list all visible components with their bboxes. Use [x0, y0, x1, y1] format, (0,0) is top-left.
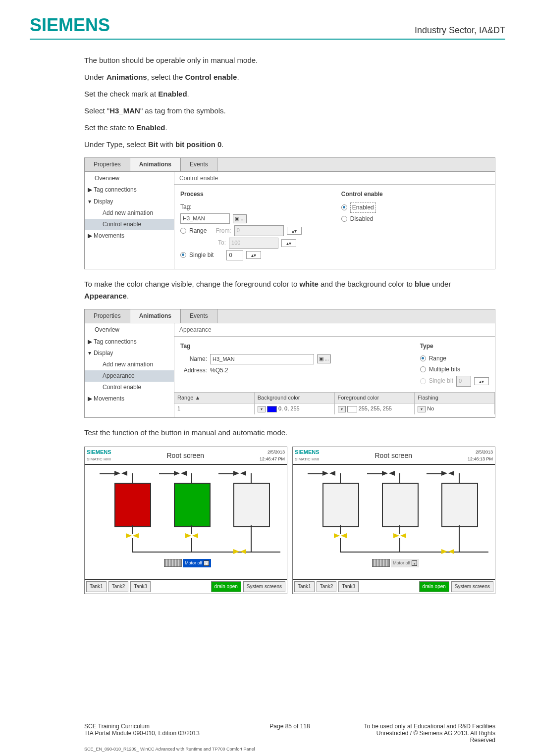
tank-3: [441, 483, 478, 527]
tab-events[interactable]: Events: [181, 158, 217, 171]
type-single-stepper: ▴▾: [474, 377, 489, 385]
tree-add-animation[interactable]: Add new animation: [85, 207, 174, 219]
hmi-btn-tank3[interactable]: Tank3: [130, 581, 151, 592]
para-4: Select "H3_MAN" as tag from the symbols.: [84, 105, 495, 117]
type-range-radio[interactable]: [420, 355, 426, 361]
hmi-btn-tank2[interactable]: Tank2: [108, 581, 129, 592]
page-footer: SCE Training Curriculum TIA Portal Modul…: [84, 723, 495, 752]
tree-overview-2[interactable]: Overview: [85, 324, 174, 336]
hmi-time: 12:46:47 PM: [260, 455, 285, 462]
appearance-table-header: Range ▲ Background color Foreground colo…: [174, 392, 495, 403]
hmi-date: 2/5/2013: [260, 449, 285, 455]
tab-animations-2[interactable]: Animations: [130, 309, 181, 323]
pipe: [191, 473, 192, 483]
motor-dropdown[interactable]: ▾: [204, 560, 209, 566]
tree-overview[interactable]: Overview: [85, 173, 174, 184]
name-browse-button[interactable]: ▣ ...: [317, 354, 331, 363]
type-multi-radio[interactable]: [420, 366, 426, 372]
bg-dropdown[interactable]: ▾: [258, 406, 266, 412]
col-flash[interactable]: Flashing: [415, 393, 495, 403]
tree-movements[interactable]: ▶Movements: [85, 230, 174, 242]
valve-icon: [233, 549, 246, 554]
tab-events-2[interactable]: Events: [181, 309, 217, 323]
tab-properties[interactable]: Properties: [85, 158, 130, 171]
bit-stepper[interactable]: ▴▾: [246, 251, 261, 259]
tree-movements-2[interactable]: ▶Movements: [85, 393, 174, 404]
footer-right-1: To be used only at Educational and R&D F…: [358, 723, 495, 730]
type-single-radio: [420, 378, 426, 384]
single-bit-radio[interactable]: [180, 252, 186, 258]
fg-dropdown[interactable]: ▾: [338, 406, 346, 412]
valve-icon: [126, 533, 139, 538]
hmi-btn-drain[interactable]: drain open: [419, 581, 449, 592]
tree-display[interactable]: ▾Display: [85, 196, 174, 207]
tree-add-animation-2[interactable]: Add new animation: [85, 359, 174, 370]
cell-bg[interactable]: ▾ 0, 0, 255: [255, 403, 335, 414]
tree-display-2[interactable]: ▾Display: [85, 348, 174, 359]
name-input[interactable]: H3_MAN: [210, 354, 314, 365]
pipe: [251, 525, 252, 534]
valve-icon: [334, 533, 347, 538]
col-range[interactable]: Range ▲: [174, 393, 255, 403]
pipe: [367, 473, 387, 474]
hmi-btn-tank2[interactable]: Tank2: [317, 581, 337, 592]
type-group: Type Range Multiple bits Single bit 0 ▴▾: [420, 341, 489, 388]
process-title: Process: [180, 190, 302, 199]
flash-dropdown[interactable]: ▾: [418, 406, 426, 412]
motor-button[interactable]: Motor off▾: [183, 559, 211, 567]
hmi-brand: SIEMENS: [295, 448, 320, 457]
range-radio[interactable]: [180, 228, 186, 234]
type-single-label: Single bit: [429, 376, 453, 386]
pipe: [251, 552, 280, 553]
pipe: [459, 534, 460, 552]
type-multi-label: Multiple bits: [429, 365, 460, 374]
appearance-table-row[interactable]: 1 ▾ 0, 0, 255 ▾ 255, 255, 255 ▾: [174, 403, 495, 414]
from-stepper: ▴▾: [287, 227, 302, 235]
pipe: [308, 473, 327, 474]
tree-tag-connections[interactable]: ▶Tag connections: [85, 184, 174, 196]
hmi-btn-system[interactable]: System screens: [451, 581, 493, 592]
tab-animations[interactable]: Animations: [130, 158, 181, 171]
hmi-btn-drain[interactable]: drain open: [211, 581, 241, 592]
pipe: [427, 473, 446, 474]
tree-control-enable[interactable]: Control enable: [85, 219, 174, 230]
disabled-radio[interactable]: [341, 216, 347, 222]
pipe: [459, 473, 460, 483]
hmi-title: Root screen: [374, 450, 412, 461]
valve-icon: [441, 549, 454, 554]
tree-tag-connections-2[interactable]: ▶Tag connections: [85, 336, 174, 348]
to-label: To:: [218, 238, 226, 248]
tree-appearance[interactable]: Appearance: [85, 370, 174, 382]
hmi-btn-tank1[interactable]: Tank1: [294, 581, 315, 592]
tag-input[interactable]: H3_MAN: [180, 213, 230, 224]
hmi-btn-tank1[interactable]: Tank1: [86, 581, 107, 592]
col-fg[interactable]: Foreground color: [335, 393, 415, 403]
valve-icon: [393, 533, 406, 538]
cell-fg[interactable]: ▾ 255, 255, 255: [335, 403, 415, 414]
cell-range[interactable]: 1: [174, 403, 255, 414]
tag-title: Tag: [180, 342, 380, 351]
pipe: [191, 538, 192, 552]
pipe: [218, 473, 238, 474]
motor-button-disabled: Motor off▾: [391, 559, 419, 567]
range-label: Range: [189, 226, 207, 236]
hmi-date: 2/5/2013: [468, 449, 493, 455]
animation-tree: Overview ▶Tag connections ▾Display Add n…: [85, 172, 174, 269]
hmi-btn-tank3[interactable]: Tank3: [338, 581, 359, 592]
col-bg[interactable]: Background color: [255, 393, 335, 403]
control-enable-title: Control enable: [341, 190, 383, 199]
fg-swatch: [347, 406, 357, 412]
pipe: [340, 473, 341, 483]
cell-flash[interactable]: ▾ No: [415, 403, 495, 414]
tab-properties-2[interactable]: Properties: [85, 309, 130, 323]
tree-control-enable-2[interactable]: Control enable: [85, 382, 174, 393]
hmi-btn-system[interactable]: System screens: [243, 581, 285, 592]
bit-input[interactable]: 0: [226, 250, 243, 261]
enabled-radio[interactable]: [341, 204, 347, 210]
tag-browse-button[interactable]: ▣ ...: [233, 214, 247, 223]
pipe: [251, 534, 252, 552]
hmi-brand: SIEMENS: [87, 448, 111, 457]
tank-2: [174, 483, 211, 527]
mixer-icon: [164, 559, 182, 567]
pipe: [459, 552, 488, 553]
